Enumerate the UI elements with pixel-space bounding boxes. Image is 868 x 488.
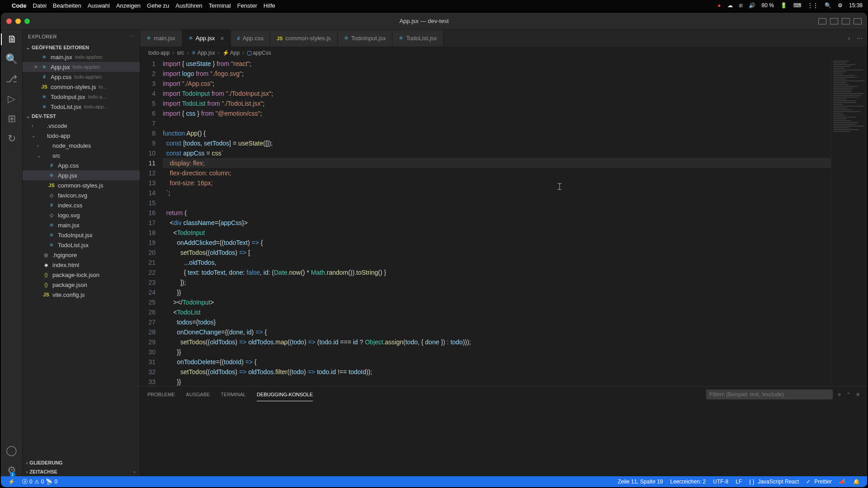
- code-editor[interactable]: 1234567891011121314151617181920212223242…: [140, 59, 831, 386]
- file-item[interactable]: ◎.hgignore: [23, 250, 140, 260]
- remote-explorer-icon[interactable]: ↻: [8, 133, 16, 145]
- timeline-header[interactable]: › ZEITACHSE ›: [23, 467, 140, 476]
- file-item[interactable]: ⚛︎TodoList.jsx: [23, 240, 140, 250]
- toggle-panel-icon[interactable]: [830, 18, 838, 24]
- panel-maximize-icon[interactable]: ⌃: [846, 392, 850, 398]
- display-icon[interactable]: ⎚: [739, 2, 742, 9]
- file-item[interactable]: ⚛︎TodoInput.jsx: [23, 230, 140, 240]
- folder-item[interactable]: ⌄todo-app: [23, 131, 140, 141]
- wifi-icon[interactable]: ⋮⋮: [807, 2, 818, 9]
- menu-item[interactable]: Auswahl: [88, 2, 110, 9]
- breadcrumb-item[interactable]: ▢appCss: [247, 50, 271, 56]
- file-item[interactable]: ◆index.html: [23, 260, 140, 270]
- volume-icon[interactable]: 🔊: [749, 2, 755, 9]
- cloud-icon[interactable]: ☁︎: [727, 2, 733, 9]
- breadcrumbs[interactable]: todo-app›src›⚛︎App.jsx›⚡App›▢appCss: [140, 47, 867, 59]
- toggle-secondary-sidebar-icon[interactable]: [842, 18, 850, 24]
- panel-close-icon[interactable]: ✕: [856, 392, 860, 398]
- search-icon[interactable]: 🔍: [825, 2, 831, 9]
- file-item[interactable]: ◇favicon.svg: [23, 190, 140, 200]
- folder-item[interactable]: ›node_modules: [23, 141, 140, 150]
- file-item[interactable]: {}package.json: [23, 280, 140, 290]
- open-editor-item[interactable]: #App.csstodo-app/src: [23, 72, 140, 82]
- panel-tab[interactable]: PROBLEME: [147, 388, 175, 401]
- recording-icon[interactable]: ●: [717, 2, 721, 9]
- app-name[interactable]: Code: [12, 2, 27, 9]
- remote-indicator[interactable]: ⚡: [5, 479, 19, 485]
- encoding-status[interactable]: UTF-8: [709, 479, 732, 485]
- editor-tab[interactable]: #App.css: [231, 30, 270, 47]
- menu-item[interactable]: Bearbeiten: [53, 2, 81, 9]
- file-item[interactable]: {}package-lock.json: [23, 270, 140, 280]
- folder-item[interactable]: ›.vscode: [23, 121, 140, 131]
- explorer-more-icon[interactable]: ⋯: [129, 33, 135, 39]
- file-item[interactable]: JScommon-styles.js: [23, 180, 140, 190]
- settings-gear-icon[interactable]: ⚙1: [7, 465, 16, 476]
- maximize-window-button[interactable]: [24, 19, 30, 24]
- breadcrumb-chevron-icon[interactable]: ›: [133, 469, 135, 474]
- split-editor-icon[interactable]: ⫞: [847, 35, 850, 42]
- file-item[interactable]: #index.css: [23, 200, 140, 210]
- explorer-icon[interactable]: 🗎: [1, 33, 22, 45]
- editor-tab[interactable]: ⚛︎TodoList.jsx: [392, 30, 443, 47]
- editor-tab[interactable]: JScommon-styles.js: [270, 30, 338, 47]
- editor-tab[interactable]: ⚛︎main.jsx: [140, 30, 182, 47]
- cursor-position[interactable]: Zeile 11, Spalte 19: [614, 479, 666, 485]
- filter-settings-icon[interactable]: ≡: [838, 392, 841, 397]
- breadcrumb-item[interactable]: ⚡App: [222, 50, 240, 56]
- source-control-icon[interactable]: ⎇: [6, 73, 17, 85]
- menu-item[interactable]: Gehe zu: [147, 2, 169, 9]
- extensions-icon[interactable]: ⊞: [8, 113, 16, 125]
- indentation-status[interactable]: Leerzeichen: 2: [667, 479, 710, 485]
- folder-item[interactable]: ⌄src: [23, 150, 140, 160]
- feedback-icon[interactable]: 📣: [835, 479, 849, 485]
- open-editor-item[interactable]: ⚛︎main.jsxtodo-app/src: [23, 52, 140, 62]
- breadcrumb-item[interactable]: src: [177, 50, 184, 56]
- project-header[interactable]: ⌄ DEV-TEST: [23, 112, 140, 121]
- language-mode[interactable]: { }JavaScript React: [745, 479, 802, 485]
- keyboard-icon[interactable]: ⌨︎: [793, 2, 801, 9]
- panel-tab[interactable]: DEBUGGING-KONSOLE: [257, 388, 313, 401]
- menu-item[interactable]: Fenster: [237, 2, 257, 9]
- control-center-icon[interactable]: ⚙︎: [838, 2, 843, 9]
- outline-header[interactable]: › GLIEDERUNG: [23, 458, 140, 467]
- editor-tab[interactable]: ⚛︎App.jsx×: [182, 30, 231, 47]
- panel-tab[interactable]: AUSGABE: [186, 388, 210, 401]
- menu-item[interactable]: Hilfe: [264, 2, 275, 9]
- breadcrumb-item[interactable]: ⚛︎App.jsx: [191, 50, 215, 56]
- minimize-window-button[interactable]: [15, 19, 21, 24]
- open-editor-item[interactable]: ×⚛︎App.jsxtodo-app/src: [23, 62, 140, 72]
- close-icon[interactable]: ×: [33, 63, 39, 70]
- panel-tab[interactable]: TERMINAL: [221, 388, 246, 401]
- accounts-icon[interactable]: ◯: [6, 445, 17, 456]
- run-debug-icon[interactable]: ▷: [8, 93, 15, 105]
- file-item[interactable]: ◇logo.svg: [23, 210, 140, 220]
- menu-item[interactable]: Datei: [33, 2, 47, 9]
- menu-item[interactable]: Anzeigen: [116, 2, 141, 9]
- prettier-status[interactable]: ✓Prettier: [802, 479, 835, 485]
- open-editor-item[interactable]: ⚛︎TodoInput.jsxtodo-a...: [23, 92, 140, 102]
- close-tab-icon[interactable]: ×: [220, 35, 224, 42]
- open-editor-item[interactable]: ⚛︎TodoList.jsxtodo-app...: [23, 102, 140, 112]
- search-view-icon[interactable]: 🔍: [5, 53, 18, 65]
- file-item[interactable]: JSvite.config.js: [23, 290, 140, 300]
- file-item[interactable]: ⚛︎main.jsx: [23, 220, 140, 230]
- code-content[interactable]: import { useState } from "react";import …: [163, 59, 831, 386]
- menu-item[interactable]: Ausführen: [175, 2, 202, 9]
- menu-item[interactable]: Terminal: [209, 2, 231, 9]
- battery-icon[interactable]: 🔋: [780, 2, 787, 9]
- clock[interactable]: 15:38: [849, 2, 863, 9]
- toggle-primary-sidebar-icon[interactable]: [818, 18, 826, 24]
- breadcrumb-item[interactable]: todo-app: [148, 50, 170, 56]
- open-editors-header[interactable]: ⌄ GEÖFFNETE EDITOREN: [23, 43, 140, 52]
- debug-console-filter-input[interactable]: [706, 389, 833, 399]
- customize-layout-icon[interactable]: [854, 18, 862, 24]
- notifications-icon[interactable]: 🔔: [849, 479, 863, 485]
- file-item[interactable]: ⚛︎App.jsx: [23, 170, 140, 180]
- problems-status[interactable]: ⓧ0 ⚠0 📡0: [19, 478, 61, 486]
- editor-tab[interactable]: ⚛︎TodoInput.jsx: [338, 30, 393, 47]
- open-editor-item[interactable]: JScommon-styles.jsto...: [23, 82, 140, 92]
- close-window-button[interactable]: [6, 19, 12, 24]
- eol-status[interactable]: LF: [732, 479, 745, 485]
- minimap[interactable]: [831, 59, 867, 386]
